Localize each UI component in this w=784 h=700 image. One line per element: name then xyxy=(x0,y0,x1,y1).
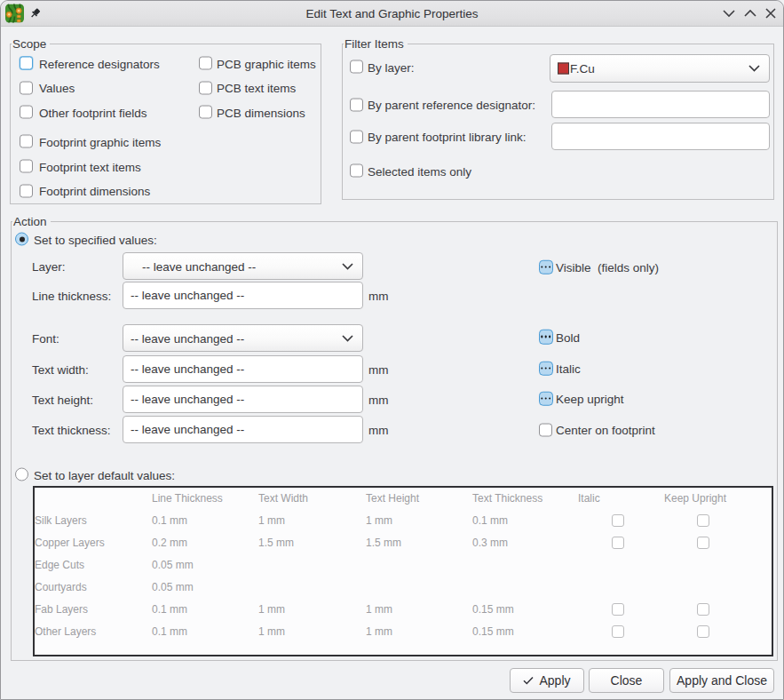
cell-checkbox-upright[interactable] xyxy=(697,603,709,616)
checkbox-footprint-dimensions[interactable] xyxy=(20,184,33,197)
row-label: Copper Layers xyxy=(35,537,105,549)
close-button[interactable]: Close xyxy=(589,668,664,693)
by-parent-reference-input[interactable] xyxy=(551,91,770,118)
cell-checkbox-upright[interactable] xyxy=(697,514,709,527)
cell: 1.5 mm xyxy=(366,537,401,549)
checkbox-pcb-dimensions-label: PCB dimensions xyxy=(217,106,305,119)
tristate-italic-label: Italic xyxy=(556,362,581,376)
checkbox-center-on-footprint[interactable] xyxy=(539,423,552,436)
checkbox-by-parent-reference[interactable] xyxy=(350,98,363,111)
close-button-label: Close xyxy=(611,673,643,688)
tristate-visible[interactable] xyxy=(539,259,554,274)
line-thickness-unit: mm xyxy=(368,290,389,303)
by-parent-library-input[interactable] xyxy=(551,123,770,150)
cell: 1 mm xyxy=(366,603,392,616)
checkbox-pcb-dimensions[interactable] xyxy=(199,106,212,119)
checkbox-footprint-dimensions-label: Footprint dimensions xyxy=(39,185,150,198)
checkbox-other-footprint-fields[interactable] xyxy=(20,106,33,119)
text-width-label: Text width: xyxy=(32,362,89,376)
checkbox-selected-items-only-label: Selected items only xyxy=(368,164,471,178)
checkbox-footprint-text-items-label: Footprint text items xyxy=(39,160,141,173)
line-thickness-input[interactable] xyxy=(123,282,363,309)
chevron-down-icon xyxy=(342,263,353,270)
checkbox-by-layer[interactable] xyxy=(350,60,363,74)
text-height-label: Text height: xyxy=(32,393,93,406)
tristate-bold[interactable] xyxy=(539,330,554,345)
checkbox-selected-items-only[interactable] xyxy=(350,164,363,178)
by-layer-combobox[interactable]: F.Cu xyxy=(550,54,770,83)
cell: 0.05 mm xyxy=(152,559,194,571)
cell-checkbox-italic[interactable] xyxy=(612,625,624,638)
checkbox-center-on-footprint-label: Center on footprint xyxy=(556,424,655,437)
cell: 1.5 mm xyxy=(258,537,294,549)
tristate-keep-upright-label: Keep upright xyxy=(556,393,624,406)
cell-checkbox-upright[interactable] xyxy=(697,625,709,638)
cell: 0.1 mm xyxy=(152,514,187,527)
apply-button[interactable]: Apply xyxy=(510,668,584,693)
checkbox-footprint-graphic-items[interactable] xyxy=(20,135,33,148)
col-header-text-thickness: Text Thickness xyxy=(472,492,542,505)
col-header-line-thickness: Line Thickness xyxy=(152,492,223,505)
chevron-down-icon xyxy=(342,335,353,342)
text-height-unit: mm xyxy=(368,393,389,406)
cell-checkbox-upright[interactable] xyxy=(697,537,709,549)
layer-label: Layer: xyxy=(32,260,66,274)
checkbox-pcb-graphic-items-label: PCB graphic items xyxy=(217,57,316,70)
tristate-italic[interactable] xyxy=(539,361,554,376)
text-thickness-unit: mm xyxy=(368,423,389,436)
text-width-input[interactable] xyxy=(123,355,363,383)
cell: 1 mm xyxy=(258,603,285,616)
apply-and-close-button[interactable]: Apply and Close xyxy=(669,668,774,693)
row-label: Silk Layers xyxy=(35,514,87,527)
cell: 0.1 mm xyxy=(472,514,508,527)
checkbox-footprint-text-items[interactable] xyxy=(20,160,33,173)
radio-set-to-layer-defaults[interactable] xyxy=(15,468,28,481)
row-label: Fab Layers xyxy=(35,603,88,616)
checkbox-by-parent-library[interactable] xyxy=(350,130,363,143)
col-header-keep-upright: Keep Upright xyxy=(664,492,726,505)
font-combobox[interactable]: -- leave unchanged -- xyxy=(123,324,363,352)
titlebar[interactable]: Edit Text and Graphic Properties xyxy=(1,1,783,27)
cell: 1 mm xyxy=(366,625,392,638)
cell: 0.3 mm xyxy=(472,537,508,549)
close-window-icon[interactable] xyxy=(765,8,776,19)
checkbox-by-layer-label: By layer: xyxy=(368,60,415,74)
cell: 0.2 mm xyxy=(152,537,187,549)
col-header-text-height: Text Height xyxy=(366,492,419,505)
checkbox-pcb-text-items-label: PCB text items xyxy=(217,82,296,95)
checkbox-values[interactable] xyxy=(20,81,33,94)
text-thickness-input[interactable] xyxy=(123,416,363,443)
row-label: Edge Cuts xyxy=(35,559,84,571)
cell-checkbox-italic[interactable] xyxy=(612,514,624,527)
checkbox-footprint-graphic-items-label: Footprint graphic items xyxy=(39,135,161,148)
row-label: Courtyards xyxy=(35,581,87,593)
layer-color-swatch xyxy=(558,63,569,75)
cell-checkbox-italic[interactable] xyxy=(612,537,624,549)
font-label: Font: xyxy=(32,331,59,345)
cell: 0.15 mm xyxy=(472,625,514,638)
text-width-unit: mm xyxy=(368,362,389,376)
shade-window-icon[interactable] xyxy=(723,10,735,18)
apply-and-close-button-label: Apply and Close xyxy=(677,673,767,688)
tristate-keep-upright[interactable] xyxy=(539,391,554,406)
checkbox-reference-designators[interactable] xyxy=(20,57,33,70)
checkbox-by-parent-library-label: By parent footprint library link: xyxy=(368,131,527,144)
tristate-bold-label: Bold xyxy=(556,330,580,344)
layer-combobox-value: -- leave unchanged -- xyxy=(142,259,256,273)
layer-combobox[interactable]: -- leave unchanged -- xyxy=(123,252,363,280)
unshade-window-icon[interactable] xyxy=(744,10,756,18)
cell: 0.1 mm xyxy=(152,625,187,638)
font-combobox-value: -- leave unchanged -- xyxy=(131,331,244,345)
radio-set-to-specified-values[interactable] xyxy=(15,233,28,246)
cell: 0.1 mm xyxy=(152,603,187,616)
checkbox-pcb-graphic-items[interactable] xyxy=(199,57,212,70)
window-title: Edit Text and Graphic Properties xyxy=(1,7,783,20)
checkbox-pcb-text-items[interactable] xyxy=(199,81,212,94)
cell: 1 mm xyxy=(366,514,392,527)
checkbox-other-footprint-fields-label: Other footprint fields xyxy=(39,106,147,119)
line-thickness-label: Line thickness: xyxy=(32,290,111,303)
text-thickness-label: Text thickness: xyxy=(32,423,111,436)
cell-checkbox-italic[interactable] xyxy=(612,603,624,616)
cell: 1 mm xyxy=(258,514,285,527)
text-height-input[interactable] xyxy=(123,386,363,413)
